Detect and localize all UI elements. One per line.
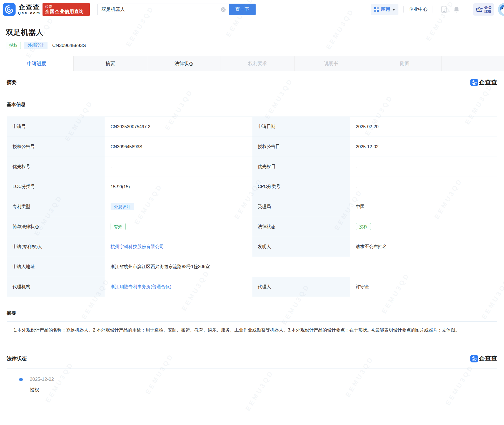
applicant-link[interactable]: 杭州宇树科技股份有限公司 (111, 244, 164, 249)
qcc-brand-watermark: 企查查 (470, 355, 497, 362)
field-label: 申请号 (7, 117, 105, 137)
field-label: 优先权号 (7, 157, 105, 177)
basic-info-table: 申请号 CN202530075497.2 申请日期 2025-02-20 授权公… (7, 117, 497, 297)
top-header: 企查查 Qcc.com 传奇 全国企业信用查询 查一下 (0, 0, 504, 19)
publication-number: CN309645893S (52, 43, 86, 48)
divider (403, 6, 404, 13)
field-label: 申请人地址 (7, 257, 105, 277)
tab-description: 说明书 (295, 56, 368, 71)
field-label: 授权公告日 (252, 137, 350, 157)
field-label: 申请日期 (252, 117, 350, 137)
tab-drawings: 附图 (368, 56, 442, 71)
field-label: 申请(专利权)人 (7, 237, 105, 257)
tab-legal-status[interactable]: 法律状态 (147, 56, 221, 71)
field-value: 授权 (350, 217, 497, 237)
legal-status-timeline: 2025-12-02 授权 (7, 369, 497, 425)
apps-label: 应用 (381, 6, 390, 13)
basic-info-title: 基本信息 (7, 101, 497, 108)
abstract-title: 摘要 (7, 310, 497, 316)
patent-detail-page: EEMU3QD EEMU3QD EEMU3QD EEMU3QD EEMU3QD … (0, 0, 504, 425)
qcc-logo[interactable]: 企查查 Qcc.com (3, 3, 41, 16)
table-row: 申请(专利权)人 杭州宇树科技股份有限公司 发明人 请求不公布姓名 (7, 237, 497, 257)
mobile-app-icon[interactable] (441, 6, 447, 13)
field-value: CN309645893S (105, 137, 252, 157)
valid-status-badge: 有效 (111, 223, 126, 230)
patent-type-badge: 外观设计 (111, 203, 134, 210)
field-value: 请求不公布姓名 (350, 237, 497, 257)
divider (433, 6, 433, 13)
member-label-line2: 续费 (484, 9, 491, 14)
tab-application-progress[interactable]: 申请进度 (0, 56, 74, 71)
field-label: 简单法律状态 (7, 217, 105, 237)
field-value: 外观设计 (105, 197, 252, 217)
field-label: 发明人 (252, 237, 350, 257)
timeline-dot (19, 378, 23, 381)
field-value: - (350, 157, 497, 177)
clear-search-icon[interactable] (221, 7, 226, 12)
field-value: 许守金 (350, 277, 497, 297)
promo-badge: 传奇 全国企业信用查询 (43, 3, 90, 16)
field-label: 代理人 (252, 277, 350, 297)
field-label: 法律状态 (252, 217, 350, 237)
crown-icon (476, 6, 483, 13)
qcc-watermark-icon (470, 355, 478, 362)
qcc-logo-icon (3, 3, 16, 16)
timeline-status: 授权 (30, 387, 39, 393)
status-badge: 授权 (6, 42, 21, 49)
field-value: 2025-02-20 (350, 117, 497, 137)
field-value: CN202530075497.2 (105, 117, 252, 137)
field-label: 优先权日 (252, 157, 350, 177)
field-value: 有效 (105, 217, 252, 237)
qcc-watermark-text: 企查查 (479, 355, 497, 362)
table-row: 申请人地址 浙江省杭州市滨江区西兴街道东流路88号1幢306室 (7, 257, 497, 277)
member-renew-button[interactable]: 会员 续费 (473, 3, 494, 16)
summary-section-title: 摘要 (7, 79, 17, 86)
field-value: 浙江翔隆专利事务所(普通合伙) (105, 277, 252, 297)
tab-claims: 权利要求 (221, 56, 295, 71)
timeline-date: 2025-12-02 (30, 377, 54, 382)
promo-line1: 传奇 (45, 4, 87, 9)
granted-status-badge: 授权 (356, 223, 371, 230)
field-value: 杭州宇树科技股份有限公司 (105, 237, 252, 257)
table-row: LOC分类号 15-99(15) CPC分类号 - (7, 177, 497, 197)
timeline-connector (21, 385, 21, 425)
search-input[interactable] (97, 4, 229, 15)
qcc-watermark-icon (470, 79, 478, 86)
table-row: 优先权号 - 优先权日 - (7, 157, 497, 177)
page-title: 双足机器人 (6, 27, 497, 37)
agency-link[interactable]: 浙江翔隆专利事务所(普通合伙) (111, 284, 171, 289)
main-content: 摘要 企查查 基本信息 申请号 CN202530075497.2 申请日期 (0, 78, 504, 425)
field-label: 专利类型 (7, 197, 105, 217)
tab-abstract[interactable]: 摘要 (74, 56, 147, 71)
member-label-line1: 会员 (484, 5, 491, 9)
field-value: 15-99(15) (105, 177, 252, 197)
table-row: 代理机构 浙江翔隆专利事务所(普通合伙) 代理人 许守金 (7, 277, 497, 297)
qcc-watermark-text: 企查查 (479, 78, 497, 86)
patent-header: 双足机器人 授权 外观设计 CN309645893S (0, 19, 504, 49)
field-label: 授权公告号 (7, 137, 105, 157)
field-value: 2025-12-02 (350, 137, 497, 157)
field-value: 中国 (350, 197, 497, 217)
patent-type-badge: 外观设计 (24, 42, 48, 49)
enterprise-center-link[interactable]: 企业中心 (409, 6, 428, 13)
apps-grid-icon (374, 7, 379, 12)
field-label: 代理机构 (7, 277, 105, 297)
field-label: CPC分类号 (252, 177, 350, 197)
abstract-text: 1.本外观设计产品的名称：双足机器人。2.本外观设计产品的用途：用于巡检、安防、… (7, 321, 497, 339)
user-avatar[interactable] (498, 3, 504, 16)
apps-menu-button[interactable]: 应用 (371, 4, 398, 15)
field-value: 浙江省杭州市滨江区西兴街道东流路88号1幢306室 (105, 257, 497, 277)
table-row: 授权公告号 CN309645893S 授权公告日 2025-12-02 (7, 137, 497, 157)
notifications-bell-icon[interactable] (453, 6, 460, 13)
search-bar: 查一下 (97, 4, 256, 15)
table-row: 申请号 CN202530075497.2 申请日期 2025-02-20 (7, 117, 497, 137)
brand-domain: Qcc.com (18, 11, 41, 15)
legal-status-title: 法律状态 (7, 355, 27, 362)
promo-line2: 全国企业信用查询 (45, 9, 87, 14)
patent-tabbar: 申请进度 摘要 法律状态 权利要求 说明书 附图 (0, 56, 504, 71)
field-value: - (350, 177, 497, 197)
field-label: 受理局 (252, 197, 350, 217)
search-button[interactable]: 查一下 (229, 4, 256, 15)
chevron-down-icon (392, 9, 395, 11)
qcc-logo-text: 企查查 Qcc.com (18, 4, 41, 15)
